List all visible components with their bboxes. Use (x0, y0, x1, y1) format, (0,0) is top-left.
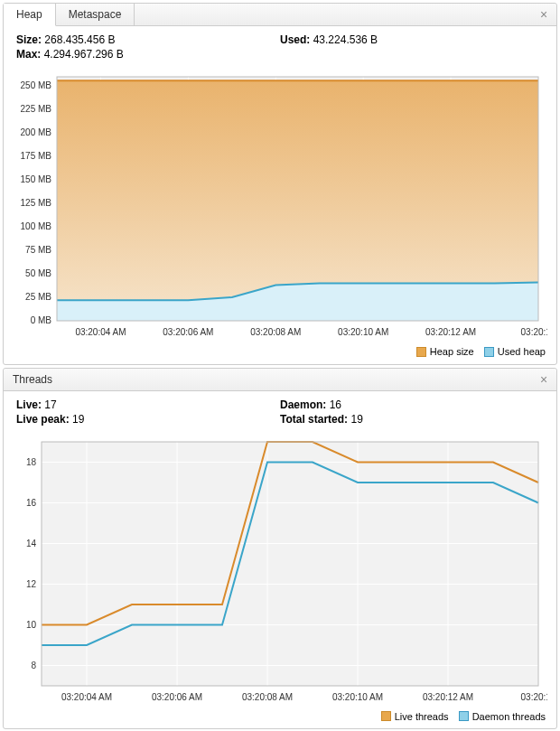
threads-stats: Live: 17 Live peak: 19 Daemon: 16 Total … (4, 391, 556, 427)
legend-live-threads: Live threads (381, 711, 449, 722)
svg-text:50 MB: 50 MB (25, 268, 51, 278)
svg-text:16: 16 (26, 497, 37, 507)
legend-used-heap: Used heap (484, 346, 546, 357)
daemon-value: 16 (330, 398, 341, 411)
svg-text:18: 18 (26, 456, 37, 466)
swatch-orange-icon (416, 347, 426, 357)
svg-text:12: 12 (26, 578, 37, 588)
heap-stats: Size: 268.435.456 B Max: 4.294.967.296 B… (4, 26, 556, 62)
total-started-label: Total started: (280, 413, 348, 426)
svg-text:25 MB: 25 MB (25, 292, 51, 302)
svg-text:150 MB: 150 MB (21, 174, 52, 184)
svg-text:03:20:10 AM: 03:20:10 AM (332, 692, 383, 702)
tab-metaspace[interactable]: Metaspace (56, 4, 135, 25)
svg-text:03:20:12 AM: 03:20:12 AM (425, 327, 476, 337)
heap-size-label: Size: (16, 33, 42, 46)
heap-tabs: Heap Metaspace × (4, 4, 556, 26)
heap-max-value: 4.294.967.296 B (44, 48, 124, 61)
svg-text:75 MB: 75 MB (25, 245, 51, 255)
svg-text:03:20:10 AM: 03:20:10 AM (338, 327, 388, 337)
svg-text:8: 8 (31, 660, 36, 670)
svg-text:100 MB: 100 MB (21, 221, 52, 231)
close-icon[interactable]: × (537, 372, 551, 387)
daemon-label: Daemon: (280, 398, 326, 411)
threads-legend: Live threads Daemon threads (4, 709, 556, 729)
swatch-blue-icon (459, 711, 469, 721)
heap-used-value: 43.224.536 B (313, 33, 378, 46)
svg-text:03:20:04 AM: 03:20:04 AM (61, 692, 112, 702)
heap-size-value: 268.435.456 B (44, 33, 115, 46)
swatch-orange-icon (381, 711, 391, 721)
svg-text:03:20:08 AM: 03:20:08 AM (250, 327, 301, 337)
threads-title: Threads × (4, 369, 556, 391)
svg-text:03:20:14: 03:20:14 (521, 692, 547, 702)
svg-text:250 MB: 250 MB (21, 80, 52, 90)
svg-text:03:20:06 AM: 03:20:06 AM (152, 692, 202, 702)
legend-daemon-threads: Daemon threads (459, 711, 546, 722)
threads-chart: 8101214161803:20:04 AM03:20:06 AM03:20:0… (4, 427, 556, 709)
close-icon[interactable]: × (537, 7, 551, 22)
live-label: Live: (16, 398, 42, 411)
svg-text:200 MB: 200 MB (21, 127, 52, 137)
tab-heap[interactable]: Heap (4, 4, 56, 26)
svg-text:03:20:14: 03:20:14 (521, 327, 547, 337)
svg-text:03:20:12 AM: 03:20:12 AM (423, 692, 473, 702)
heap-panel: Heap Metaspace × Size: 268.435.456 B Max… (3, 3, 557, 365)
legend-heap-size: Heap size (416, 346, 474, 357)
live-peak-value: 19 (72, 413, 84, 426)
heap-used-label: Used: (280, 33, 310, 46)
svg-text:14: 14 (26, 538, 37, 548)
svg-text:225 MB: 225 MB (21, 104, 52, 114)
svg-rect-36 (42, 442, 538, 686)
heap-max-label: Max: (16, 48, 41, 61)
svg-text:03:20:06 AM: 03:20:06 AM (163, 327, 213, 337)
svg-text:03:20:08 AM: 03:20:08 AM (242, 692, 293, 702)
live-value: 17 (44, 398, 56, 411)
heap-chart: 0 MB25 MB50 MB75 MB100 MB125 MB150 MB175… (4, 62, 556, 344)
threads-panel: Threads × Live: 17 Live peak: 19 Daemon:… (3, 368, 557, 730)
total-started-value: 19 (350, 413, 362, 426)
live-peak-label: Live peak: (16, 413, 70, 426)
svg-text:125 MB: 125 MB (21, 198, 52, 208)
heap-legend: Heap size Used heap (4, 344, 556, 364)
svg-text:10: 10 (26, 619, 37, 629)
svg-text:0 MB: 0 MB (31, 315, 52, 325)
svg-text:175 MB: 175 MB (21, 151, 52, 161)
swatch-blue-icon (484, 347, 494, 357)
svg-text:03:20:04 AM: 03:20:04 AM (75, 327, 126, 337)
